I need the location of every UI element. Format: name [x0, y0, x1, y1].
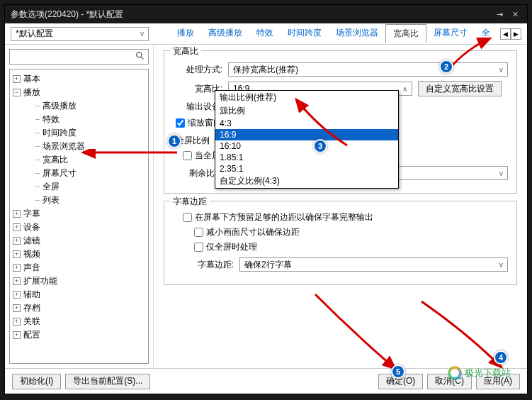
tree-item[interactable]: −播放	[11, 86, 147, 99]
annotation-badge-3: 3	[313, 139, 327, 153]
svg-line-1	[141, 57, 143, 59]
process-label: 处理方式:	[173, 64, 222, 76]
fullscreen-only-checkbox[interactable]	[194, 243, 203, 252]
tab-播放[interactable]: 播放	[170, 24, 201, 43]
pin-icon[interactable]: ⇥	[493, 8, 506, 21]
tree-item[interactable]: +配置	[11, 328, 147, 342]
tab-场景浏览器[interactable]: 场景浏览器	[329, 24, 385, 43]
tree-item[interactable]: 全屏	[11, 180, 147, 194]
watermark-logo-icon	[448, 366, 462, 380]
process-select[interactable]: 保持宽高比(推荐) v	[228, 62, 508, 77]
chevron-down-icon: v	[140, 30, 144, 38]
subtitle-margin-value: 确保2行字幕	[244, 259, 292, 271]
sidebar: +基本−播放高级播放特效时间跨度场景浏览器宽高比屏幕尺寸全屏列表+字幕+设备+滤…	[5, 45, 154, 368]
ratio-option[interactable]: 16:9	[215, 129, 398, 140]
chevron-down-icon: v	[499, 66, 503, 74]
reserve-margin-label: 在屏幕下方预留足够的边距以确保字幕完整输出	[195, 211, 373, 223]
tab-宽高比[interactable]: 宽高比	[385, 24, 426, 43]
annotation-badge-1: 1	[167, 134, 181, 148]
body: +基本−播放高级播放特效时间跨度场景浏览器宽高比屏幕尺寸全屏列表+字幕+设备+滤…	[5, 45, 527, 368]
config-select-value: *默认配置	[16, 28, 53, 40]
tree-item[interactable]: +扩展功能	[11, 274, 147, 288]
tab-高级播放[interactable]: 高级播放	[201, 24, 249, 43]
custom-ratio-button[interactable]: 自定义宽高比设置	[418, 81, 502, 96]
ratio-option[interactable]: 4:3	[215, 118, 398, 129]
tab-全[interactable]: 全	[475, 24, 497, 43]
window-title: 参数选项(220420) - *默认配置	[11, 9, 123, 21]
group-subtitle-margin: 字幕边距 在屏幕下方预留足够的边距以确保字幕完整输出 减小画面尺寸以确保边距 仅…	[164, 201, 517, 285]
tree-item[interactable]: 列表	[11, 194, 147, 207]
tree-item[interactable]: 屏幕尺寸	[11, 167, 147, 180]
chevron-down-icon: v	[499, 261, 503, 269]
close-icon[interactable]: ✕	[509, 8, 521, 21]
process-select-value: 保持宽高比(推荐)	[233, 64, 298, 76]
svg-point-0	[136, 52, 141, 57]
shrink-frame-label: 减小画面尺寸以确保边距	[206, 226, 300, 238]
config-select[interactable]: *默认配置 v	[11, 27, 149, 41]
fullscreen-ratio-checkbox[interactable]	[183, 151, 192, 160]
tree-item[interactable]: +基本	[11, 72, 147, 86]
tab-strip: 播放高级播放特效时间跨度场景浏览器宽高比屏幕尺寸全	[170, 24, 497, 43]
ratio-option[interactable]: 源比例	[215, 104, 398, 118]
watermark: 极光下载站	[448, 366, 511, 380]
tree-item[interactable]: +字幕	[11, 207, 147, 221]
tree-item[interactable]: 宽高比	[11, 153, 147, 167]
tab-特效[interactable]: 特效	[249, 24, 281, 43]
tree-item[interactable]: +关联	[11, 315, 147, 328]
annotation-badge-5: 5	[391, 365, 405, 379]
tab-scroll-right[interactable]: ▶	[511, 28, 521, 40]
group-aspect-legend: 宽高比	[170, 45, 201, 57]
tab-屏幕尺寸[interactable]: 屏幕尺寸	[426, 24, 475, 43]
topbar: *默认配置 v 播放高级播放特效时间跨度场景浏览器宽高比屏幕尺寸全 ◀ ▶	[5, 23, 527, 45]
ratio-option[interactable]: 自定义比例(4:3)	[215, 174, 398, 188]
search-icon	[134, 50, 145, 63]
annotation-badge-4: 4	[494, 350, 508, 365]
export-button[interactable]: 导出当前配置(S)...	[65, 374, 150, 389]
chevron-down-icon: v	[499, 170, 503, 177]
tree-item[interactable]: 场景浏览器	[11, 140, 147, 153]
tree-item[interactable]: +存档	[11, 301, 147, 315]
watermark-text: 极光下载站	[465, 367, 511, 379]
tab-scroll-left[interactable]: ◀	[500, 28, 511, 40]
tree-item[interactable]: 高级播放	[11, 99, 147, 113]
tab-时间跨度[interactable]: 时间跨度	[281, 24, 329, 43]
chevron-up-icon: ∧	[402, 85, 407, 93]
tree-item[interactable]: 特效	[11, 113, 147, 126]
init-button[interactable]: 初始化(I)	[12, 374, 61, 389]
ratio-option[interactable]: 16:10	[215, 140, 398, 152]
tree-item[interactable]: +声音	[11, 261, 147, 274]
ratio-option[interactable]: 输出比例(推荐)	[215, 91, 398, 104]
search-box[interactable]	[9, 49, 149, 65]
search-input[interactable]	[13, 52, 134, 62]
nav-tree[interactable]: +基本−播放高级播放特效时间跨度场景浏览器宽高比屏幕尺寸全屏列表+字幕+设备+滤…	[9, 69, 149, 364]
fullscreen-only-label: 仅全屏时处理	[206, 241, 257, 253]
ratio-option[interactable]: 1.85:1	[215, 152, 398, 163]
tree-item[interactable]: +辅助	[11, 288, 147, 301]
tree-item[interactable]: +滤镜	[11, 234, 147, 248]
shrink-frame-checkbox[interactable]	[194, 228, 203, 237]
group-subtitle-legend: 字幕边距	[170, 196, 210, 208]
ratio-dropdown-list[interactable]: 输出比例(推荐)源比例4:316:916:101.85:12.35:1自定义比例…	[215, 90, 399, 189]
content-panel: 宽高比 处理方式: 保持宽高比(推荐) v 宽高比: 16:9 ∧ 自定义宽高比…	[154, 45, 527, 368]
tree-item[interactable]: 时间跨度	[11, 126, 147, 140]
subtitle-margin-label: 字幕边距:	[184, 259, 234, 271]
titlebar: 参数选项(220420) - *默认配置 ⇥ ✕	[5, 5, 527, 23]
tree-item[interactable]: +视频	[11, 248, 147, 261]
tree-item[interactable]: +设备	[11, 221, 147, 234]
ratio-option[interactable]: 2.35:1	[215, 163, 398, 174]
resize-window-checkbox[interactable]	[176, 118, 185, 128]
annotation-badge-2: 2	[439, 60, 453, 74]
subtitle-margin-select[interactable]: 确保2行字幕 v	[239, 257, 508, 272]
tab-scroll: ◀ ▶	[500, 28, 521, 40]
reserve-margin-checkbox[interactable]	[183, 213, 192, 222]
